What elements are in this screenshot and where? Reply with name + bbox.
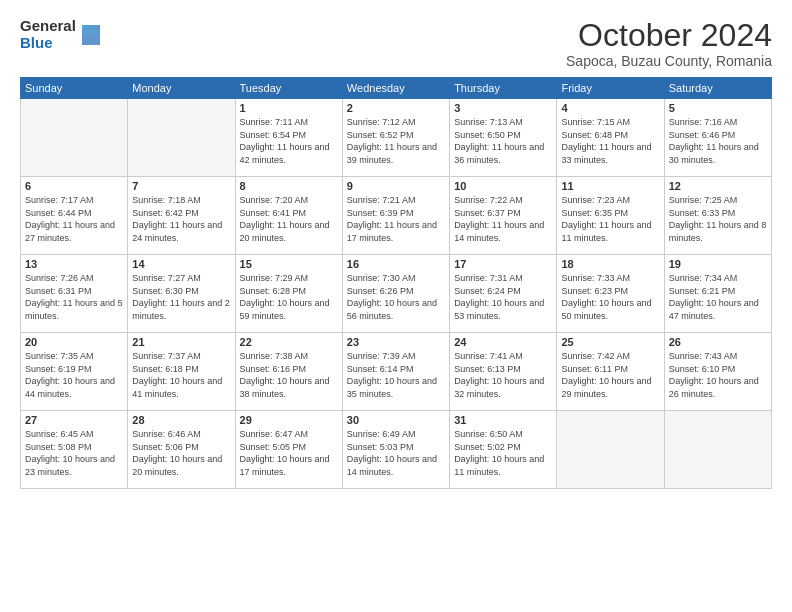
day-info: Sunrise: 7:22 AMSunset: 6:37 PMDaylight:… [454, 194, 552, 244]
day-info: Sunrise: 7:16 AMSunset: 6:46 PMDaylight:… [669, 116, 767, 166]
calendar-header: SundayMondayTuesdayWednesdayThursdayFrid… [21, 78, 772, 99]
calendar-body: 1Sunrise: 7:11 AMSunset: 6:54 PMDaylight… [21, 99, 772, 489]
logo-text: General Blue [20, 18, 76, 51]
day-info: Sunrise: 7:17 AMSunset: 6:44 PMDaylight:… [25, 194, 123, 244]
day-number: 11 [561, 180, 659, 192]
day-info: Sunrise: 7:30 AMSunset: 6:26 PMDaylight:… [347, 272, 445, 322]
day-info: Sunrise: 7:12 AMSunset: 6:52 PMDaylight:… [347, 116, 445, 166]
calendar-cell: 20Sunrise: 7:35 AMSunset: 6:19 PMDayligh… [21, 333, 128, 411]
day-number: 18 [561, 258, 659, 270]
day-info: Sunrise: 7:26 AMSunset: 6:31 PMDaylight:… [25, 272, 123, 322]
calendar-cell: 4Sunrise: 7:15 AMSunset: 6:48 PMDaylight… [557, 99, 664, 177]
calendar-cell: 9Sunrise: 7:21 AMSunset: 6:39 PMDaylight… [342, 177, 449, 255]
weekday-header-friday: Friday [557, 78, 664, 99]
title-section: October 2024 Sapoca, Buzau County, Roman… [566, 18, 772, 69]
weekday-header-thursday: Thursday [450, 78, 557, 99]
day-number: 25 [561, 336, 659, 348]
day-info: Sunrise: 6:45 AMSunset: 5:08 PMDaylight:… [25, 428, 123, 478]
day-info: Sunrise: 7:35 AMSunset: 6:19 PMDaylight:… [25, 350, 123, 400]
calendar-cell: 11Sunrise: 7:23 AMSunset: 6:35 PMDayligh… [557, 177, 664, 255]
logo-blue: Blue [20, 35, 76, 52]
calendar-cell: 18Sunrise: 7:33 AMSunset: 6:23 PMDayligh… [557, 255, 664, 333]
calendar-week-1: 6Sunrise: 7:17 AMSunset: 6:44 PMDaylight… [21, 177, 772, 255]
day-info: Sunrise: 7:42 AMSunset: 6:11 PMDaylight:… [561, 350, 659, 400]
day-info: Sunrise: 6:50 AMSunset: 5:02 PMDaylight:… [454, 428, 552, 478]
logo-general: General [20, 18, 76, 35]
day-number: 4 [561, 102, 659, 114]
calendar-cell: 27Sunrise: 6:45 AMSunset: 5:08 PMDayligh… [21, 411, 128, 489]
page: General Blue October 2024 Sapoca, Buzau … [0, 0, 792, 612]
calendar-cell: 5Sunrise: 7:16 AMSunset: 6:46 PMDaylight… [664, 99, 771, 177]
header: General Blue October 2024 Sapoca, Buzau … [20, 18, 772, 69]
calendar-cell: 17Sunrise: 7:31 AMSunset: 6:24 PMDayligh… [450, 255, 557, 333]
calendar-cell: 21Sunrise: 7:37 AMSunset: 6:18 PMDayligh… [128, 333, 235, 411]
day-info: Sunrise: 7:21 AMSunset: 6:39 PMDaylight:… [347, 194, 445, 244]
logo: General Blue [20, 18, 100, 51]
day-number: 24 [454, 336, 552, 348]
logo-icon [78, 21, 100, 49]
calendar-week-4: 27Sunrise: 6:45 AMSunset: 5:08 PMDayligh… [21, 411, 772, 489]
day-info: Sunrise: 7:37 AMSunset: 6:18 PMDaylight:… [132, 350, 230, 400]
weekday-header-monday: Monday [128, 78, 235, 99]
day-info: Sunrise: 7:31 AMSunset: 6:24 PMDaylight:… [454, 272, 552, 322]
day-number: 14 [132, 258, 230, 270]
day-info: Sunrise: 7:39 AMSunset: 6:14 PMDaylight:… [347, 350, 445, 400]
day-number: 22 [240, 336, 338, 348]
calendar-cell: 25Sunrise: 7:42 AMSunset: 6:11 PMDayligh… [557, 333, 664, 411]
calendar-cell: 12Sunrise: 7:25 AMSunset: 6:33 PMDayligh… [664, 177, 771, 255]
day-info: Sunrise: 7:25 AMSunset: 6:33 PMDaylight:… [669, 194, 767, 244]
month-title: October 2024 [566, 18, 772, 53]
day-number: 7 [132, 180, 230, 192]
calendar-cell: 8Sunrise: 7:20 AMSunset: 6:41 PMDaylight… [235, 177, 342, 255]
day-number: 16 [347, 258, 445, 270]
calendar-cell: 22Sunrise: 7:38 AMSunset: 6:16 PMDayligh… [235, 333, 342, 411]
day-number: 3 [454, 102, 552, 114]
calendar-cell: 19Sunrise: 7:34 AMSunset: 6:21 PMDayligh… [664, 255, 771, 333]
calendar-cell: 3Sunrise: 7:13 AMSunset: 6:50 PMDaylight… [450, 99, 557, 177]
day-number: 21 [132, 336, 230, 348]
day-info: Sunrise: 7:43 AMSunset: 6:10 PMDaylight:… [669, 350, 767, 400]
calendar-week-3: 20Sunrise: 7:35 AMSunset: 6:19 PMDayligh… [21, 333, 772, 411]
day-number: 10 [454, 180, 552, 192]
weekday-header-tuesday: Tuesday [235, 78, 342, 99]
day-number: 27 [25, 414, 123, 426]
calendar-cell: 23Sunrise: 7:39 AMSunset: 6:14 PMDayligh… [342, 333, 449, 411]
calendar-cell: 15Sunrise: 7:29 AMSunset: 6:28 PMDayligh… [235, 255, 342, 333]
calendar-cell: 30Sunrise: 6:49 AMSunset: 5:03 PMDayligh… [342, 411, 449, 489]
calendar-cell: 16Sunrise: 7:30 AMSunset: 6:26 PMDayligh… [342, 255, 449, 333]
weekday-header-saturday: Saturday [664, 78, 771, 99]
day-info: Sunrise: 7:29 AMSunset: 6:28 PMDaylight:… [240, 272, 338, 322]
day-info: Sunrise: 7:34 AMSunset: 6:21 PMDaylight:… [669, 272, 767, 322]
day-info: Sunrise: 7:11 AMSunset: 6:54 PMDaylight:… [240, 116, 338, 166]
day-number: 9 [347, 180, 445, 192]
day-number: 2 [347, 102, 445, 114]
weekday-row: SundayMondayTuesdayWednesdayThursdayFrid… [21, 78, 772, 99]
day-info: Sunrise: 7:20 AMSunset: 6:41 PMDaylight:… [240, 194, 338, 244]
day-info: Sunrise: 7:23 AMSunset: 6:35 PMDaylight:… [561, 194, 659, 244]
calendar-cell [128, 99, 235, 177]
calendar-cell: 24Sunrise: 7:41 AMSunset: 6:13 PMDayligh… [450, 333, 557, 411]
calendar-cell: 29Sunrise: 6:47 AMSunset: 5:05 PMDayligh… [235, 411, 342, 489]
day-info: Sunrise: 7:13 AMSunset: 6:50 PMDaylight:… [454, 116, 552, 166]
day-info: Sunrise: 7:33 AMSunset: 6:23 PMDaylight:… [561, 272, 659, 322]
calendar-table: SundayMondayTuesdayWednesdayThursdayFrid… [20, 77, 772, 489]
location: Sapoca, Buzau County, Romania [566, 53, 772, 69]
calendar-week-0: 1Sunrise: 7:11 AMSunset: 6:54 PMDaylight… [21, 99, 772, 177]
calendar-cell: 31Sunrise: 6:50 AMSunset: 5:02 PMDayligh… [450, 411, 557, 489]
day-number: 31 [454, 414, 552, 426]
calendar-cell: 1Sunrise: 7:11 AMSunset: 6:54 PMDaylight… [235, 99, 342, 177]
calendar-cell: 7Sunrise: 7:18 AMSunset: 6:42 PMDaylight… [128, 177, 235, 255]
day-info: Sunrise: 6:47 AMSunset: 5:05 PMDaylight:… [240, 428, 338, 478]
calendar-week-2: 13Sunrise: 7:26 AMSunset: 6:31 PMDayligh… [21, 255, 772, 333]
day-number: 13 [25, 258, 123, 270]
day-number: 26 [669, 336, 767, 348]
calendar-cell: 2Sunrise: 7:12 AMSunset: 6:52 PMDaylight… [342, 99, 449, 177]
calendar-cell [557, 411, 664, 489]
day-info: Sunrise: 7:18 AMSunset: 6:42 PMDaylight:… [132, 194, 230, 244]
day-info: Sunrise: 7:38 AMSunset: 6:16 PMDaylight:… [240, 350, 338, 400]
day-number: 5 [669, 102, 767, 114]
day-info: Sunrise: 6:49 AMSunset: 5:03 PMDaylight:… [347, 428, 445, 478]
day-number: 29 [240, 414, 338, 426]
calendar-cell: 26Sunrise: 7:43 AMSunset: 6:10 PMDayligh… [664, 333, 771, 411]
day-info: Sunrise: 7:41 AMSunset: 6:13 PMDaylight:… [454, 350, 552, 400]
